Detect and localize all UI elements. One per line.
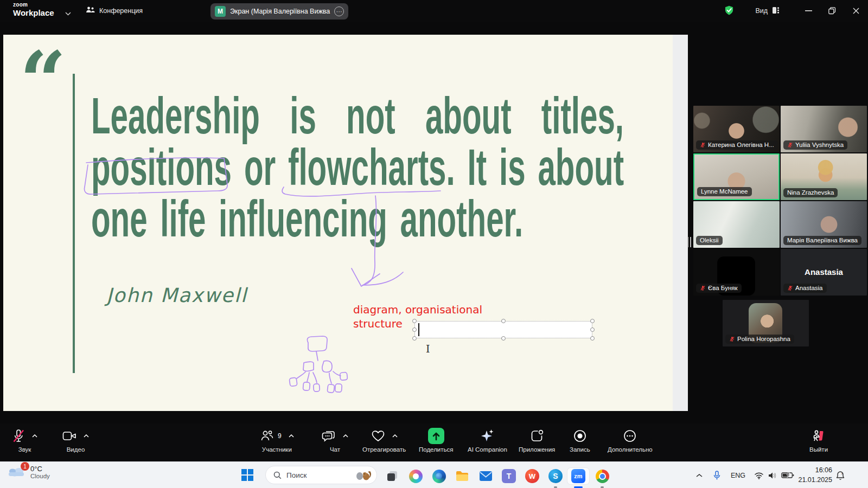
mail-icon[interactable] [476, 468, 495, 484]
file-explorer-icon[interactable] [452, 468, 472, 484]
chevron-up-icon[interactable] [32, 434, 37, 438]
audio-button[interactable]: Звук [12, 428, 37, 453]
textbox-handle-bottom-center[interactable] [501, 336, 506, 341]
tab-more-icon[interactable]: ⋯ [334, 7, 344, 16]
more-button[interactable]: Дополнительно [608, 428, 653, 453]
red-annotation-line-1: diagram, organisational [353, 303, 482, 317]
participant-name: Polina Horopashna [737, 336, 790, 342]
share-screen-icon [428, 428, 444, 444]
ai-companion-button[interactable]: AI Companion [468, 428, 507, 453]
view-label[interactable]: Вид [755, 7, 768, 15]
tray-clock[interactable]: 16:06 21.01.2025 [798, 465, 832, 485]
textbox-handle-bottom-left[interactable] [412, 336, 417, 341]
textbox-handle-top-left[interactable] [412, 319, 417, 323]
participant-name: Anastasia [795, 285, 823, 291]
tab-shared-screen-label: Экран (Марія Валеріївна Вижва [230, 8, 330, 15]
tray-microphone-icon[interactable] [713, 462, 720, 488]
leave-meeting-icon [812, 429, 826, 443]
edge-browser-icon[interactable] [429, 468, 449, 484]
title-bar: zoom Workplace Конференция M Экран (Марі… [0, 0, 868, 22]
ai-sparkle-icon [480, 428, 495, 444]
panel-resize-handle[interactable] [687, 237, 691, 247]
tab-shared-screen[interactable]: M Экран (Марія Валеріївна Вижва ⋯ [210, 3, 348, 20]
search-icon [273, 471, 282, 479]
tray-language[interactable]: ENG [731, 462, 745, 488]
text-cursor-ibeam: I [426, 343, 430, 355]
weather-desc: Cloudy [30, 473, 50, 479]
participant-name: Lynne McNamee [701, 188, 748, 195]
textbox-handle-top-right[interactable] [590, 319, 595, 323]
chevron-up-icon[interactable] [343, 434, 348, 438]
weather-widget[interactable]: 1 0°C Cloudy [8, 464, 50, 479]
weather-temp: 0°C [30, 465, 50, 473]
apps-button[interactable]: Приложения [519, 428, 555, 453]
skype-icon[interactable]: S [546, 468, 565, 484]
participant-tile[interactable]: Nina Zrazhevska [781, 153, 867, 200]
participant-tile[interactable]: Oleksii [693, 201, 780, 248]
restore-button[interactable] [820, 0, 844, 22]
chrome-icon[interactable] [592, 468, 612, 484]
tab-meeting[interactable]: Конференция [86, 4, 143, 17]
video-button[interactable]: Видео [62, 428, 89, 453]
participant-name: Єва Буняк [708, 285, 738, 291]
layout-view-icon[interactable] [772, 7, 780, 16]
quote-word: It [468, 141, 487, 195]
taskbar-search[interactable]: Поиск [265, 466, 377, 484]
participant-tile[interactable]: Polina Horopashna [723, 300, 809, 346]
start-button[interactable] [241, 469, 253, 481]
tray-wifi-icon[interactable] [754, 462, 764, 488]
record-icon [573, 429, 587, 443]
chat-icon [322, 429, 336, 442]
textbox-handle-top-center[interactable] [501, 319, 506, 323]
teams-icon[interactable]: T [499, 468, 519, 484]
apps-icon [530, 429, 544, 442]
participant-tile[interactable]: Катерина Олегівна Н... [693, 106, 780, 152]
participants-button[interactable]: 9 Участники [260, 428, 294, 453]
participant-tile[interactable]: Yuliia Vyshnytska [781, 106, 867, 152]
textbox-handle-bottom-right[interactable] [590, 336, 595, 341]
share-screen-button[interactable]: Поделиться [419, 428, 454, 453]
shared-screen-slide: “ Leadership is not about titles, positi… [3, 35, 673, 411]
meeting-toolbar: Звук Видео 9 Участники Чат [0, 423, 868, 461]
participant-name: Марія Валеріївна Вижва [787, 237, 858, 243]
record-button[interactable]: Запись [570, 428, 590, 453]
quote-author: John Maxwell [106, 284, 247, 306]
chevron-up-icon[interactable] [289, 434, 294, 438]
tray-volume-icon[interactable] [768, 462, 777, 488]
participant-tile-active-speaker[interactable]: Lynne McNamee [693, 153, 780, 200]
close-button[interactable] [844, 0, 868, 22]
quote-word: positions [91, 141, 232, 195]
zoom-app-icon[interactable]: zm [567, 468, 589, 484]
chevron-up-icon[interactable] [84, 434, 89, 438]
tray-date: 21.01.2025 [798, 475, 832, 485]
text-caret [418, 323, 419, 336]
textbox-handle-mid-right[interactable] [590, 328, 595, 332]
quote-word: is [290, 89, 316, 143]
quote-line-2: positions or flowcharts. It is about [91, 141, 624, 195]
minimize-button[interactable] [796, 0, 820, 22]
quote-word: about [538, 141, 624, 195]
tab-meeting-label: Конференция [99, 7, 143, 15]
participant-display-name: Anastasia [781, 267, 867, 277]
participant-tile[interactable]: Єва Буняк [693, 249, 780, 296]
tray-chevron-up-icon[interactable] [696, 462, 703, 488]
chevron-up-icon[interactable] [392, 434, 398, 438]
leave-button[interactable]: Выйти [809, 428, 828, 453]
participants-icon [260, 429, 274, 442]
reactions-button[interactable]: Отреагировать [362, 428, 406, 453]
participant-tile[interactable]: Марія Валеріївна Вижва [781, 201, 867, 248]
textbox-handle-mid-left[interactable] [412, 328, 417, 332]
quote-word: Leadership [91, 89, 260, 143]
chevron-down-icon[interactable] [65, 8, 71, 18]
security-shield-icon[interactable] [724, 5, 735, 17]
tray-notifications-icon[interactable]: z [835, 462, 845, 488]
chat-button[interactable]: Чат [322, 428, 348, 453]
participant-tile[interactable]: Anastasia Anastasia [781, 249, 867, 296]
quote-word: is [499, 141, 526, 195]
zoom-workplace-logo: zoom Workplace [13, 2, 54, 17]
task-view-icon[interactable] [382, 468, 402, 484]
participant-name: Катерина Олегівна Н... [708, 142, 774, 148]
wps-office-icon[interactable]: W [522, 468, 542, 484]
tray-battery-icon[interactable] [781, 462, 794, 488]
copilot-icon[interactable] [406, 468, 425, 484]
